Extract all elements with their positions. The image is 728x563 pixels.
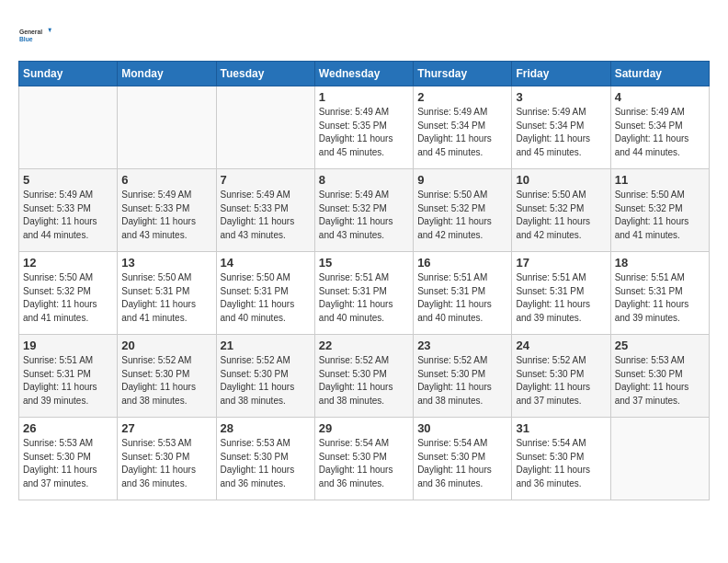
header-tuesday: Tuesday (216, 62, 314, 86)
day-number: 19 (23, 339, 113, 352)
day-info: Sunrise: 5:49 AM Sunset: 5:35 PM Dayligh… (319, 106, 409, 159)
calendar-cell: 17Sunrise: 5:51 AM Sunset: 5:31 PM Dayli… (512, 252, 610, 335)
calendar-cell: 16Sunrise: 5:51 AM Sunset: 5:31 PM Dayli… (414, 252, 512, 335)
calendar-cell: 27Sunrise: 5:53 AM Sunset: 5:30 PM Dayli… (118, 418, 216, 500)
calendar-cell: 30Sunrise: 5:54 AM Sunset: 5:30 PM Dayli… (414, 418, 512, 500)
calendar-cell: 1Sunrise: 5:49 AM Sunset: 5:35 PM Daylig… (314, 86, 413, 169)
day-info: Sunrise: 5:50 AM Sunset: 5:32 PM Dayligh… (23, 271, 113, 325)
day-number: 6 (121, 173, 211, 187)
calendar-cell: 12Sunrise: 5:50 AM Sunset: 5:32 PM Dayli… (19, 252, 118, 335)
day-number: 15 (319, 256, 409, 270)
day-info: Sunrise: 5:51 AM Sunset: 5:31 PM Dayligh… (516, 271, 606, 325)
calendar-cell: 14Sunrise: 5:50 AM Sunset: 5:31 PM Dayli… (216, 252, 314, 335)
day-info: Sunrise: 5:52 AM Sunset: 5:30 PM Dayligh… (516, 354, 606, 408)
day-number: 21 (221, 339, 311, 352)
day-info: Sunrise: 5:54 AM Sunset: 5:30 PM Dayligh… (319, 437, 409, 490)
day-info: Sunrise: 5:52 AM Sunset: 5:30 PM Dayligh… (221, 354, 311, 408)
day-info: Sunrise: 5:50 AM Sunset: 5:32 PM Dayligh… (417, 189, 507, 242)
day-number: 24 (516, 339, 606, 352)
calendar-cell: 13Sunrise: 5:50 AM Sunset: 5:31 PM Dayli… (118, 252, 216, 335)
day-number: 8 (319, 173, 409, 187)
logo: General Blue (18, 18, 51, 52)
day-number: 26 (23, 421, 113, 435)
day-info: Sunrise: 5:53 AM Sunset: 5:30 PM Dayligh… (221, 437, 311, 490)
day-info: Sunrise: 5:50 AM Sunset: 5:31 PM Dayligh… (121, 271, 211, 325)
day-info: Sunrise: 5:49 AM Sunset: 5:34 PM Dayligh… (417, 106, 507, 159)
day-number: 25 (615, 339, 705, 352)
calendar-cell: 4Sunrise: 5:49 AM Sunset: 5:34 PM Daylig… (610, 86, 709, 169)
calendar-cell (19, 86, 118, 169)
day-info: Sunrise: 5:53 AM Sunset: 5:30 PM Dayligh… (121, 437, 211, 490)
day-number: 2 (417, 90, 507, 104)
day-info: Sunrise: 5:51 AM Sunset: 5:31 PM Dayligh… (615, 271, 705, 325)
calendar-table: SundayMondayTuesdayWednesdayThursdayFrid… (18, 61, 710, 500)
logo-icon: General Blue (18, 18, 51, 52)
header-wednesday: Wednesday (314, 62, 413, 86)
calendar-cell: 20Sunrise: 5:52 AM Sunset: 5:30 PM Dayli… (118, 335, 216, 418)
day-number: 16 (417, 256, 507, 270)
day-number: 10 (516, 173, 606, 187)
day-info: Sunrise: 5:49 AM Sunset: 5:33 PM Dayligh… (221, 189, 311, 242)
day-number: 29 (319, 421, 409, 435)
day-info: Sunrise: 5:49 AM Sunset: 5:33 PM Dayligh… (121, 189, 211, 242)
day-number: 1 (319, 90, 409, 104)
calendar-cell (610, 418, 709, 500)
calendar-week-2: 5Sunrise: 5:49 AM Sunset: 5:33 PM Daylig… (19, 169, 710, 252)
svg-text:General: General (19, 29, 42, 35)
day-info: Sunrise: 5:54 AM Sunset: 5:30 PM Dayligh… (417, 437, 507, 490)
day-info: Sunrise: 5:49 AM Sunset: 5:34 PM Dayligh… (615, 106, 705, 159)
day-number: 5 (23, 173, 113, 187)
day-number: 27 (121, 421, 211, 435)
calendar-cell: 3Sunrise: 5:49 AM Sunset: 5:34 PM Daylig… (512, 86, 610, 169)
day-info: Sunrise: 5:49 AM Sunset: 5:33 PM Dayligh… (23, 189, 113, 242)
calendar-week-4: 19Sunrise: 5:51 AM Sunset: 5:31 PM Dayli… (19, 335, 710, 418)
calendar-cell (216, 86, 314, 169)
header-saturday: Saturday (610, 62, 709, 86)
day-info: Sunrise: 5:50 AM Sunset: 5:32 PM Dayligh… (516, 189, 606, 242)
calendar-cell: 29Sunrise: 5:54 AM Sunset: 5:30 PM Dayli… (314, 418, 413, 500)
day-number: 20 (121, 339, 211, 352)
calendar-cell: 7Sunrise: 5:49 AM Sunset: 5:33 PM Daylig… (216, 169, 314, 252)
day-number: 28 (221, 421, 311, 435)
day-info: Sunrise: 5:50 AM Sunset: 5:32 PM Dayligh… (615, 189, 705, 242)
day-info: Sunrise: 5:51 AM Sunset: 5:31 PM Dayligh… (417, 271, 507, 325)
calendar-cell: 23Sunrise: 5:52 AM Sunset: 5:30 PM Dayli… (414, 335, 512, 418)
header-thursday: Thursday (414, 62, 512, 86)
day-number: 11 (615, 173, 705, 187)
svg-marker-3 (48, 29, 51, 33)
calendar-week-1: 1Sunrise: 5:49 AM Sunset: 5:35 PM Daylig… (19, 86, 710, 169)
day-number: 9 (417, 173, 507, 187)
day-number: 13 (121, 256, 211, 270)
calendar-cell: 25Sunrise: 5:53 AM Sunset: 5:30 PM Dayli… (610, 335, 709, 418)
calendar-cell: 10Sunrise: 5:50 AM Sunset: 5:32 PM Dayli… (512, 169, 610, 252)
day-info: Sunrise: 5:52 AM Sunset: 5:30 PM Dayligh… (417, 354, 507, 408)
day-info: Sunrise: 5:54 AM Sunset: 5:30 PM Dayligh… (516, 437, 606, 490)
calendar-cell (118, 86, 216, 169)
calendar-cell: 18Sunrise: 5:51 AM Sunset: 5:31 PM Dayli… (610, 252, 709, 335)
calendar-cell: 6Sunrise: 5:49 AM Sunset: 5:33 PM Daylig… (118, 169, 216, 252)
calendar-cell: 9Sunrise: 5:50 AM Sunset: 5:32 PM Daylig… (414, 169, 512, 252)
day-number: 22 (319, 339, 409, 352)
day-number: 18 (615, 256, 705, 270)
day-number: 17 (516, 256, 606, 270)
svg-text:Blue: Blue (19, 36, 33, 42)
day-number: 7 (221, 173, 311, 187)
day-info: Sunrise: 5:49 AM Sunset: 5:32 PM Dayligh… (319, 189, 409, 242)
day-info: Sunrise: 5:51 AM Sunset: 5:31 PM Dayligh… (23, 354, 113, 408)
calendar-cell: 8Sunrise: 5:49 AM Sunset: 5:32 PM Daylig… (314, 169, 413, 252)
day-info: Sunrise: 5:50 AM Sunset: 5:31 PM Dayligh… (221, 271, 311, 325)
day-number: 23 (417, 339, 507, 352)
day-info: Sunrise: 5:49 AM Sunset: 5:34 PM Dayligh… (516, 106, 606, 159)
calendar-header-row: SundayMondayTuesdayWednesdayThursdayFrid… (19, 62, 710, 86)
header-sunday: Sunday (19, 62, 118, 86)
calendar-week-3: 12Sunrise: 5:50 AM Sunset: 5:32 PM Dayli… (19, 252, 710, 335)
page-header: General Blue (18, 18, 710, 52)
header-monday: Monday (118, 62, 216, 86)
calendar-cell: 19Sunrise: 5:51 AM Sunset: 5:31 PM Dayli… (19, 335, 118, 418)
day-info: Sunrise: 5:52 AM Sunset: 5:30 PM Dayligh… (121, 354, 211, 408)
calendar-cell: 5Sunrise: 5:49 AM Sunset: 5:33 PM Daylig… (19, 169, 118, 252)
calendar-week-5: 26Sunrise: 5:53 AM Sunset: 5:30 PM Dayli… (19, 418, 710, 500)
calendar-cell: 11Sunrise: 5:50 AM Sunset: 5:32 PM Dayli… (610, 169, 709, 252)
day-number: 30 (417, 421, 507, 435)
day-number: 3 (516, 90, 606, 104)
